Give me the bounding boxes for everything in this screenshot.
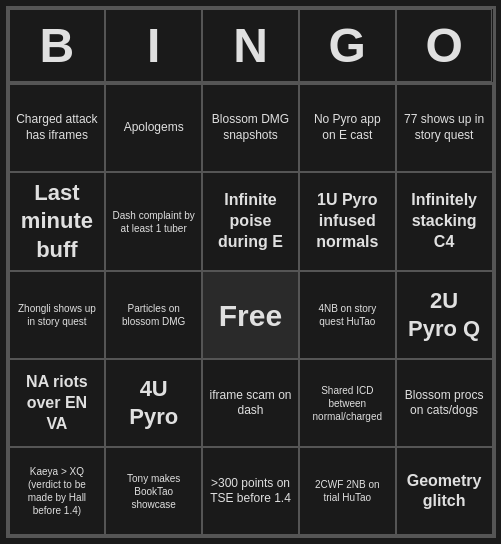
cell-3[interactable]: No Pyro app on E cast [299,84,396,172]
cell-23[interactable]: 2CWF 2NB on trial HuTao [299,447,396,535]
cell-6[interactable]: Dash complaint by at least 1 tuber [105,172,202,272]
cell-15[interactable]: NA riots over EN VA [9,359,106,447]
cell-4[interactable]: 77 shows up in story quest [396,84,493,172]
cell-0[interactable]: Charged attack has iframes [9,84,106,172]
cell-13[interactable]: 4NB on story quest HuTao [299,271,396,359]
cell-10[interactable]: Zhongli shows up in story quest [9,271,106,359]
bingo-card: B I N G O Charged attack has iframes Apo… [6,6,496,539]
letter-g: G [299,9,396,82]
cell-21[interactable]: Tony makes BookTao showcase [105,447,202,535]
cell-24[interactable]: Geometry glitch [396,447,493,535]
letter-i: I [105,9,202,82]
letter-o: O [396,9,493,82]
cell-2[interactable]: Blossom DMG snapshots [202,84,299,172]
cell-free[interactable]: Free [202,271,299,359]
cell-14[interactable]: 2U Pyro Q [396,271,493,359]
cell-8[interactable]: 1U Pyro infused normals [299,172,396,272]
cell-11[interactable]: Particles on blossom DMG [105,271,202,359]
cell-5[interactable]: Last minute buff [9,172,106,272]
cell-22[interactable]: >300 points on TSE before 1.4 [202,447,299,535]
cell-7[interactable]: Infinite poise during E [202,172,299,272]
cell-9[interactable]: Infinitely stacking C4 [396,172,493,272]
letter-b: B [9,9,106,82]
cell-20[interactable]: Kaeya > XQ (verdict to be made by Hall b… [9,447,106,535]
bingo-header: B I N G O [9,9,493,82]
cell-17[interactable]: iframe scam on dash [202,359,299,447]
cell-16[interactable]: 4U Pyro [105,359,202,447]
cell-1[interactable]: Apologems [105,84,202,172]
cell-19[interactable]: Blossom procs on cats/dogs [396,359,493,447]
cell-18[interactable]: Shared ICD between normal/charged [299,359,396,447]
bingo-grid: Charged attack has iframes Apologems Blo… [9,82,493,536]
letter-n: N [202,9,299,82]
